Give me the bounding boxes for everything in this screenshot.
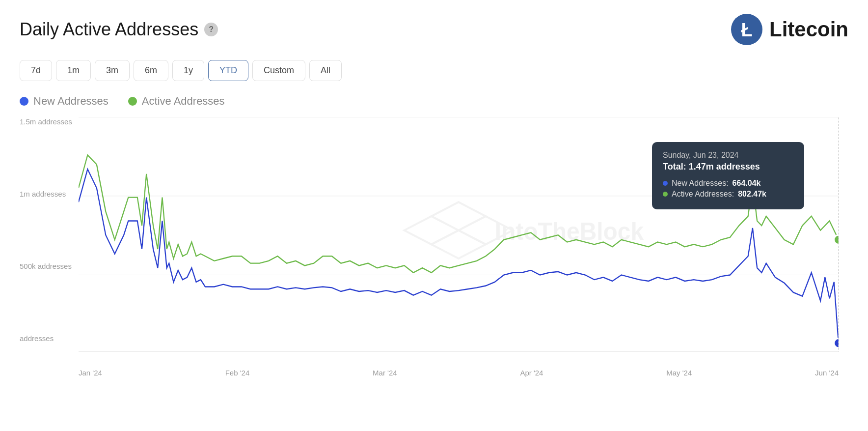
- filter-6m[interactable]: 6m: [134, 60, 168, 81]
- legend-new-addresses: New Addresses: [20, 95, 108, 108]
- svg-marker-9: [432, 230, 486, 259]
- svg-marker-7: [404, 216, 459, 244]
- legend-active-addresses: Active Addresses: [128, 95, 225, 108]
- legend-new-addresses-label: New Addresses: [33, 95, 108, 108]
- y-label-1m: 1m addresses: [20, 190, 79, 198]
- legend-active-addresses-label: Active Addresses: [142, 95, 225, 108]
- filter-ytd[interactable]: YTD: [208, 60, 248, 81]
- active-addresses-dot-icon: [128, 97, 137, 106]
- chart-svg: IntoTheBlock: [79, 117, 839, 352]
- x-label-may: May '24: [666, 369, 692, 377]
- filter-3m[interactable]: 3m: [95, 60, 130, 81]
- y-label-1.5m: 1.5m addresses: [20, 117, 79, 126]
- filter-all[interactable]: All: [309, 60, 342, 81]
- y-axis: 1.5m addresses 1m addresses 500k address…: [20, 117, 79, 343]
- filter-1m[interactable]: 1m: [56, 60, 91, 81]
- active-addresses-cursor-dot: [834, 235, 839, 244]
- legend: New Addresses Active Addresses: [20, 95, 848, 108]
- x-label-jan: Jan '24: [79, 369, 102, 377]
- svg-text:IntoTheBlock: IntoTheBlock: [495, 218, 644, 245]
- header: Daily Active Addresses ? Ł Litecoin: [20, 14, 848, 45]
- new-addresses-cursor-dot: [834, 339, 839, 348]
- filter-custom[interactable]: Custom: [252, 60, 305, 81]
- svg-marker-6: [432, 202, 486, 230]
- logo-text: Litecoin: [769, 18, 848, 41]
- title-area: Daily Active Addresses ?: [20, 19, 218, 40]
- active-addresses-line: [79, 155, 839, 273]
- help-icon[interactable]: ?: [204, 23, 218, 36]
- x-label-apr: Apr '24: [520, 369, 543, 377]
- new-addresses-dot-icon: [20, 97, 28, 106]
- litecoin-logo-icon: Ł: [731, 14, 762, 45]
- x-label-feb: Feb '24: [225, 369, 250, 377]
- new-addresses-line: [79, 169, 839, 343]
- watermark-group: IntoTheBlock: [404, 202, 644, 259]
- logo-area: Ł Litecoin: [731, 14, 848, 45]
- chart-area: 1.5m addresses 1m addresses 500k address…: [20, 117, 848, 373]
- chart-title: Daily Active Addresses: [20, 19, 198, 40]
- y-label-addresses: addresses: [20, 334, 79, 343]
- filter-1y[interactable]: 1y: [172, 60, 204, 81]
- time-filters: 7d 1m 3m 6m 1y YTD Custom All: [20, 60, 848, 81]
- filter-7d[interactable]: 7d: [20, 60, 52, 81]
- svg-text:Ł: Ł: [741, 20, 752, 40]
- x-axis: Jan '24 Feb '24 Mar '24 Apr '24 May '24 …: [79, 369, 839, 377]
- x-label-mar: Mar '24: [373, 369, 397, 377]
- y-label-500k: 500k addresses: [20, 262, 79, 270]
- x-label-jun: Jun '24: [815, 369, 839, 377]
